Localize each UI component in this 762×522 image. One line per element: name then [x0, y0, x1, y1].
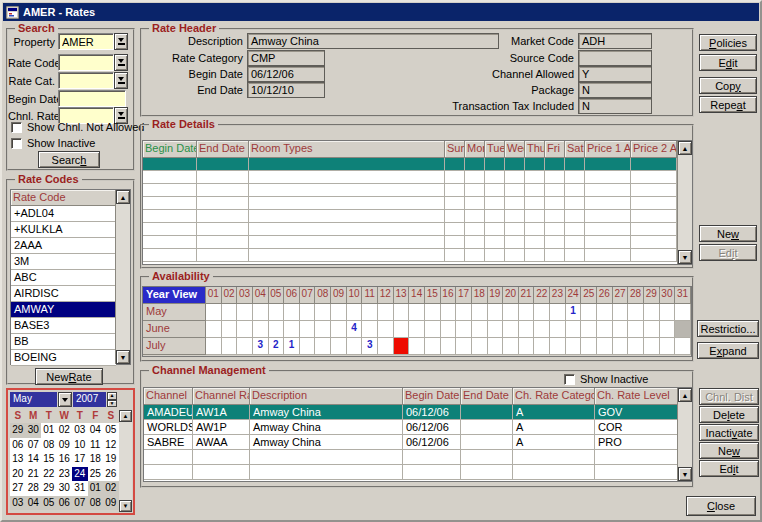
availability-cell[interactable] [315, 338, 331, 355]
availability-cell[interactable] [472, 304, 488, 321]
scroll-up-button[interactable]: ▲ [116, 190, 130, 204]
rate-details-row[interactable] [143, 197, 692, 210]
availability-cell[interactable] [644, 338, 660, 355]
channel-scrollbar[interactable]: ▲ ▼ [677, 388, 692, 481]
calendar-day[interactable]: 27 [10, 481, 26, 496]
rate-code-item[interactable]: 2AAA [11, 238, 116, 254]
availability-cell[interactable] [675, 338, 691, 355]
availability-cell[interactable] [284, 304, 300, 321]
policies-button[interactable]: Policies [699, 34, 757, 51]
calendar-year-spinner[interactable]: ▲ ▼ [107, 392, 117, 407]
availability-cell[interactable] [613, 338, 629, 355]
availability-cell[interactable] [534, 304, 550, 321]
calendar-day[interactable]: 05 [41, 496, 57, 511]
availability-cell[interactable] [284, 321, 300, 338]
inactivate-button[interactable]: Inactivate [699, 424, 759, 441]
rate-code-input[interactable] [58, 54, 114, 71]
calendar-day[interactable]: 30 [57, 481, 73, 496]
rate-cat-input[interactable] [58, 72, 114, 89]
calendar-day[interactable]: 25 [88, 467, 104, 482]
scroll-down-button[interactable]: ▼ [678, 250, 692, 264]
calendar-day[interactable]: 31 [72, 481, 88, 496]
calendar-day[interactable]: 29 [10, 423, 26, 438]
channel-row[interactable]: WORLDSPAAW1PAmway China06/12/06ACOR [144, 420, 692, 435]
calendar-day[interactable]: 16 [57, 452, 73, 467]
availability-cell[interactable] [237, 321, 253, 338]
availability-cell[interactable] [315, 321, 331, 338]
calendar-month-select[interactable]: May [10, 392, 57, 407]
availability-cell[interactable] [206, 304, 222, 321]
availability-cell[interactable] [441, 304, 457, 321]
title-bar[interactable]: AMER - Rates [3, 3, 759, 21]
year-view-cell[interactable]: Year View [143, 287, 206, 304]
rate-details-row[interactable] [143, 158, 692, 171]
availability-cell[interactable] [347, 338, 363, 355]
availability-cell[interactable] [534, 338, 550, 355]
new-button[interactable]: New [699, 442, 759, 459]
availability-cell[interactable] [253, 304, 269, 321]
calendar-day[interactable]: 09 [57, 438, 73, 453]
rate-details-row[interactable] [143, 171, 692, 184]
rate-details-row[interactable] [143, 223, 692, 236]
edit-button[interactable]: Edit [699, 54, 757, 71]
calendar-day[interactable]: 03 [72, 423, 88, 438]
availability-cell[interactable] [644, 321, 660, 338]
availability-cell[interactable] [456, 321, 472, 338]
availability-cell[interactable] [534, 321, 550, 338]
availability-cell[interactable] [628, 304, 644, 321]
show-inactive-search-checkbox[interactable]: Show Inactive [11, 137, 95, 149]
calendar-day[interactable]: 14 [26, 452, 42, 467]
calendar-day[interactable]: 05 [103, 423, 119, 438]
calendar-day[interactable]: 19 [103, 452, 119, 467]
rate-codes-scrollbar[interactable]: ▲ ▼ [115, 190, 130, 364]
availability-cell[interactable] [222, 304, 238, 321]
availability-cell[interactable] [315, 304, 331, 321]
availability-cell[interactable] [300, 304, 316, 321]
availability-cell[interactable] [597, 338, 613, 355]
show-inactive-channel-checkbox[interactable]: Show Inactive [562, 373, 650, 385]
availability-cell[interactable] [550, 304, 566, 321]
rate-cat-lov-button[interactable] [114, 72, 128, 89]
calendar-day[interactable]: 04 [88, 423, 104, 438]
calendar-scrollbar[interactable]: ▲ ▼ [119, 410, 132, 512]
copy-button[interactable]: Copy [699, 77, 757, 94]
search-button[interactable]: Search [38, 151, 100, 168]
calendar-day[interactable]: 01 [41, 423, 57, 438]
rate-details-scrollbar[interactable]: ▲ ▼ [677, 141, 692, 264]
channel-row[interactable]: AMADEUSAW1AAmway China06/12/06AGOV [144, 405, 692, 420]
scroll-track[interactable] [678, 155, 692, 250]
availability-cell[interactable] [660, 338, 676, 355]
calendar-day[interactable]: 09 [103, 496, 119, 511]
calendar-day[interactable]: 15 [41, 452, 57, 467]
availability-cell[interactable] [503, 338, 519, 355]
availability-cell[interactable]: 2 [269, 338, 285, 355]
calendar-day[interactable]: 04 [26, 496, 42, 511]
availability-cell[interactable] [597, 321, 613, 338]
calendar-day[interactable]: 13 [10, 452, 26, 467]
availability-cell[interactable]: 1 [284, 338, 300, 355]
availability-cell[interactable] [456, 304, 472, 321]
availability-cell[interactable] [331, 338, 347, 355]
calendar-day[interactable]: 17 [72, 452, 88, 467]
calendar-day[interactable]: 28 [26, 481, 42, 496]
calendar-day[interactable]: 03 [10, 496, 26, 511]
rate-details-row[interactable] [143, 210, 692, 223]
availability-cell[interactable] [347, 304, 363, 321]
scroll-track[interactable] [116, 204, 130, 350]
checkbox-box[interactable] [564, 374, 575, 385]
expand-button[interactable]: Expand [697, 342, 759, 359]
rate-code-item[interactable]: ABC [11, 270, 116, 286]
calendar-day[interactable]: 24 [72, 467, 88, 482]
rate-code-item[interactable]: 3M [11, 254, 116, 270]
scroll-up-button[interactable]: ▲ [119, 410, 132, 422]
property-input[interactable] [58, 33, 114, 50]
calendar-day[interactable]: 18 [88, 452, 104, 467]
availability-cell[interactable] [675, 304, 691, 321]
availability-cell[interactable] [519, 321, 535, 338]
availability-cell[interactable] [237, 304, 253, 321]
edit-button[interactable]: Edit [699, 460, 759, 477]
calendar-year-field[interactable]: 2007 [73, 392, 106, 407]
calendar-day[interactable]: 10 [72, 438, 88, 453]
availability-cell[interactable] [581, 321, 597, 338]
availability-cell[interactable] [660, 304, 676, 321]
